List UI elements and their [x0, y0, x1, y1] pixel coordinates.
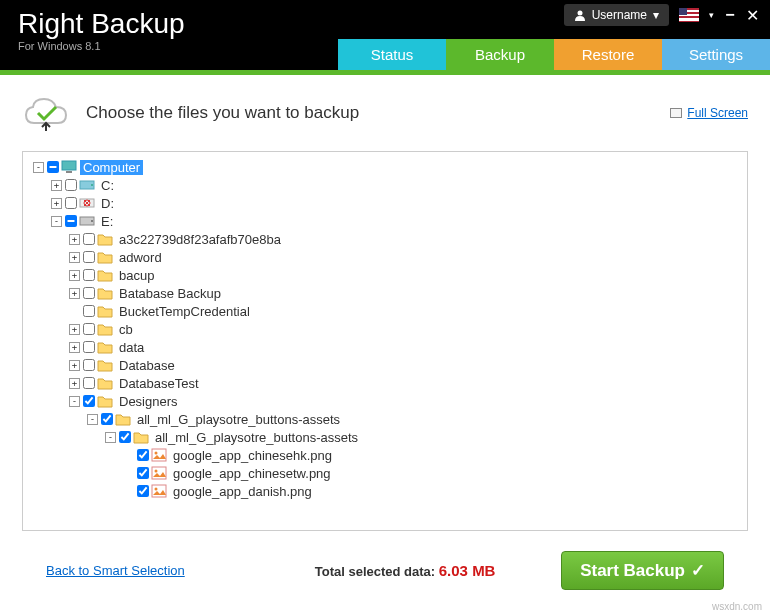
tree-node-label[interactable]: adword [116, 250, 165, 265]
flag-dropdown-icon[interactable]: ▾ [709, 10, 714, 20]
tree-checkbox[interactable] [83, 305, 95, 317]
tree-node-label[interactable]: Computer [80, 160, 143, 175]
expand-icon[interactable]: + [69, 234, 80, 245]
tree-node[interactable]: +cb [27, 320, 743, 338]
tree-checkbox[interactable] [47, 161, 59, 173]
tree-node-label[interactable]: E: [98, 214, 116, 229]
tree-checkbox[interactable] [83, 251, 95, 263]
expand-icon[interactable]: + [51, 180, 62, 191]
tree-node-label[interactable]: cb [116, 322, 136, 337]
tree-node[interactable]: +Batabase Backup [27, 284, 743, 302]
expand-icon[interactable]: + [69, 378, 80, 389]
tree-node-label[interactable]: google_app_chinesetw.png [170, 466, 334, 481]
tree-node[interactable]: +data [27, 338, 743, 356]
tree-checkbox[interactable] [83, 233, 95, 245]
tree-checkbox[interactable] [83, 377, 95, 389]
expand-icon[interactable]: + [51, 198, 62, 209]
collapse-icon[interactable]: - [33, 162, 44, 173]
tree-checkbox[interactable] [137, 467, 149, 479]
computer-icon [61, 160, 77, 174]
expand-icon[interactable]: + [69, 288, 80, 299]
tree-node[interactable]: +Database [27, 356, 743, 374]
back-to-smart-selection-link[interactable]: Back to Smart Selection [46, 563, 185, 578]
tree-node[interactable]: -all_ml_G_playsotre_buttons-assets [27, 410, 743, 428]
tree-node[interactable]: google_app_chinesehk.png [27, 446, 743, 464]
tree-node[interactable]: +adword [27, 248, 743, 266]
tab-restore[interactable]: Restore [554, 39, 662, 70]
folder-icon [97, 376, 113, 390]
tree-node[interactable]: -Designers [27, 392, 743, 410]
fullscreen-link[interactable]: Full Screen [670, 106, 748, 120]
check-icon: ✓ [691, 560, 705, 581]
start-backup-button[interactable]: Start Backup ✓ [561, 551, 724, 590]
expand-icon[interactable]: + [69, 360, 80, 371]
file-tree[interactable]: -Computer+C:+D:-E:+a3c22739d8f23afafb70e… [22, 151, 748, 531]
svg-point-8 [91, 220, 93, 222]
tree-node-label[interactable]: bacup [116, 268, 157, 283]
svg-point-14 [155, 488, 158, 491]
collapse-icon[interactable]: - [87, 414, 98, 425]
tree-node-label[interactable]: Database [116, 358, 178, 373]
tab-status[interactable]: Status [338, 39, 446, 70]
tree-checkbox[interactable] [83, 269, 95, 281]
tree-checkbox[interactable] [83, 395, 95, 407]
tree-checkbox[interactable] [65, 215, 77, 227]
cloud-backup-icon [22, 93, 72, 133]
tree-node[interactable]: google_app_danish.png [27, 482, 743, 500]
tree-node-label[interactable]: D: [98, 196, 117, 211]
tree-node[interactable]: -E: [27, 212, 743, 230]
tree-node-label[interactable]: C: [98, 178, 117, 193]
tree-checkbox[interactable] [83, 323, 95, 335]
tree-checkbox[interactable] [65, 197, 77, 209]
tree-checkbox[interactable] [83, 287, 95, 299]
header: Right Backup For Windows 8.1 Username ▾ … [0, 0, 770, 70]
collapse-icon[interactable]: - [69, 396, 80, 407]
window-controls: Username ▾ ▾ − ✕ [564, 4, 758, 26]
tree-node[interactable]: -all_ml_G_playsotre_buttons-assets [27, 428, 743, 446]
tree-node-label[interactable]: Designers [116, 394, 181, 409]
tree-node-label[interactable]: Batabase Backup [116, 286, 224, 301]
tree-node[interactable]: +a3c22739d8f23afafb70e8ba [27, 230, 743, 248]
expand-icon[interactable]: + [69, 342, 80, 353]
language-flag-us[interactable] [679, 8, 699, 22]
folder-icon [97, 268, 113, 282]
minimize-button[interactable]: − [724, 6, 736, 24]
tree-checkbox[interactable] [119, 431, 131, 443]
tree-checkbox[interactable] [137, 449, 149, 461]
tree-node-label[interactable]: all_ml_G_playsotre_buttons-assets [134, 412, 343, 427]
tree-node[interactable]: +bacup [27, 266, 743, 284]
tree-node[interactable]: -Computer [27, 158, 743, 176]
collapse-icon[interactable]: - [105, 432, 116, 443]
tree-node[interactable]: BucketTempCredential [27, 302, 743, 320]
tree-node[interactable]: +DatabaseTest [27, 374, 743, 392]
watermark: wsxdn.com [712, 601, 762, 612]
tree-node-label[interactable]: all_ml_G_playsotre_buttons-assets [152, 430, 361, 445]
expand-icon[interactable]: + [69, 324, 80, 335]
expand-icon[interactable]: + [69, 270, 80, 281]
collapse-icon[interactable]: - [51, 216, 62, 227]
folder-icon [97, 232, 113, 246]
tree-checkbox[interactable] [101, 413, 113, 425]
tree-checkbox[interactable] [137, 485, 149, 497]
tree-node-label[interactable]: google_app_chinesehk.png [170, 448, 335, 463]
tab-settings[interactable]: Settings [662, 39, 770, 70]
tree-node[interactable]: +C: [27, 176, 743, 194]
tree-node-label[interactable]: BucketTempCredential [116, 304, 253, 319]
tree-checkbox[interactable] [65, 179, 77, 191]
user-menu-button[interactable]: Username ▾ [564, 4, 669, 26]
tree-node[interactable]: google_app_chinesetw.png [27, 464, 743, 482]
tree-node[interactable]: +D: [27, 194, 743, 212]
tree-node-label[interactable]: a3c22739d8f23afafb70e8ba [116, 232, 284, 247]
drive-d-icon [79, 196, 95, 210]
tree-node-label[interactable]: DatabaseTest [116, 376, 202, 391]
tab-backup[interactable]: Backup [446, 39, 554, 70]
tree-node-label[interactable]: google_app_danish.png [170, 484, 315, 499]
tree-node-label[interactable]: data [116, 340, 147, 355]
close-button[interactable]: ✕ [746, 6, 758, 25]
expand-icon[interactable]: + [69, 252, 80, 263]
user-label: Username [592, 8, 647, 22]
tree-checkbox[interactable] [83, 359, 95, 371]
tree-checkbox[interactable] [83, 341, 95, 353]
svg-rect-13 [152, 485, 166, 497]
user-icon [574, 9, 586, 21]
